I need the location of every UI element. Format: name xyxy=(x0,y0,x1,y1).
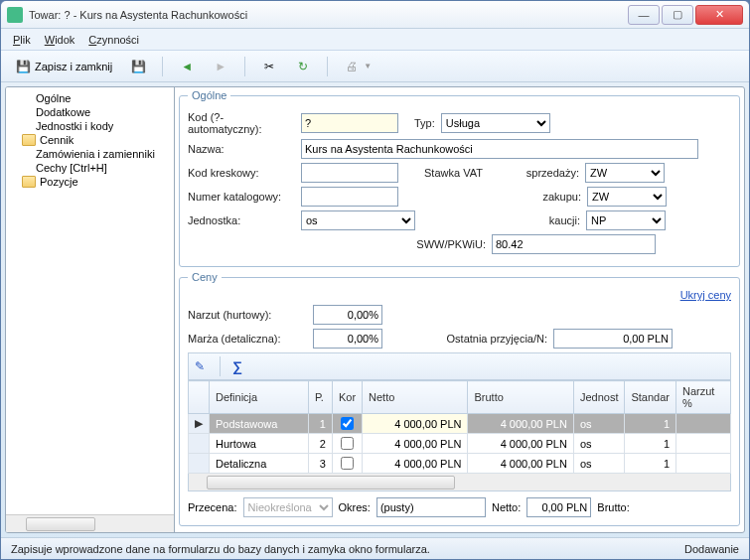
sidebar-item-cechy[interactable]: Cechy [Ctrl+H] xyxy=(6,161,174,175)
col-brutto[interactable]: Brutto xyxy=(468,381,573,414)
tools-button[interactable]: ✂ xyxy=(255,56,283,77)
netto-input[interactable] xyxy=(526,497,591,517)
sidebar-scrollbar[interactable] xyxy=(6,514,174,532)
cell-kor[interactable] xyxy=(332,454,362,474)
tools-icon: ✂ xyxy=(261,59,277,74)
row-pointer xyxy=(189,454,210,474)
grid-scrollbar[interactable] xyxy=(188,474,731,491)
zakupu-label: zakupu: xyxy=(404,191,581,203)
kod-kreskowy-label: Kod kreskowy: xyxy=(188,167,295,179)
menu-plik[interactable]: Plik xyxy=(13,34,31,46)
minimize-button[interactable]: — xyxy=(628,5,660,25)
cell-narzut xyxy=(676,434,731,454)
zakupu-select[interactable]: ZW xyxy=(587,187,667,207)
sidebar-item-dodatkowe[interactable]: Dodatkowe xyxy=(6,105,174,119)
col-netto[interactable]: Netto xyxy=(363,381,468,414)
sww-label: SWW/PKWiU: xyxy=(188,238,486,250)
jednostka-label: Jednostka: xyxy=(188,214,295,226)
stawka-vat-label: Stawka VAT xyxy=(424,167,514,179)
numer-kat-input[interactable] xyxy=(301,187,398,207)
kod-kreskowy-input[interactable] xyxy=(301,163,398,183)
col-jednost[interactable]: Jednost xyxy=(573,381,625,414)
narzut-input[interactable] xyxy=(313,305,382,325)
save-close-button[interactable]: 💾 Zapisz i zamknij xyxy=(9,56,118,77)
folder-icon xyxy=(22,134,36,146)
marza-input[interactable] xyxy=(313,329,382,349)
nazwa-label: Nazwa: xyxy=(188,143,295,155)
sprzedazy-select[interactable]: ZW xyxy=(585,163,665,183)
ukryj-ceny-link[interactable]: Ukryj ceny xyxy=(680,289,731,301)
nav-tree: Ogólne Dodatkowe Jednostki i kody Cennik… xyxy=(6,87,174,514)
cell-brutto: 4 000,00 PLN xyxy=(468,454,573,474)
sprzedazy-label: sprzedaży: xyxy=(520,167,579,179)
menu-czynnosci[interactable]: Czynności xyxy=(88,34,139,46)
ostatnia-input[interactable] xyxy=(553,329,673,349)
cell-brutto: 4 000,00 PLN xyxy=(468,434,573,454)
cell-narzut xyxy=(676,414,731,434)
row-pointer: ▶ xyxy=(189,414,210,434)
okres-input[interactable] xyxy=(376,497,486,517)
row-pointer xyxy=(189,434,210,454)
cell-std: 1 xyxy=(625,454,676,474)
cell-p: 2 xyxy=(308,434,332,454)
col-standar[interactable]: Standar xyxy=(625,381,676,414)
window: Towar: ? - Kurs na Asystenta Rachunkowoś… xyxy=(0,0,750,560)
save-button[interactable]: 💾 xyxy=(124,56,152,77)
przecena-select[interactable]: Nieokreślona xyxy=(243,497,333,517)
cell-std: 1 xyxy=(625,434,676,454)
cell-brutto: 4 000,00 PLN xyxy=(468,414,573,434)
col-definicja[interactable]: Definicja xyxy=(210,381,309,414)
table-row[interactable]: ▶Podstawowa14 000,00 PLN4 000,00 PLNos1 xyxy=(189,414,731,434)
table-row[interactable]: Detaliczna34 000,00 PLN4 000,00 PLNos1 xyxy=(189,454,731,474)
numer-kat-label: Numer katalogowy: xyxy=(188,191,295,203)
menu-widok[interactable]: Widok xyxy=(45,34,75,46)
grid-toolbar: ✎ ∑ xyxy=(188,352,731,380)
kor-checkbox[interactable] xyxy=(341,437,354,450)
sww-input[interactable] xyxy=(492,234,656,254)
forward-button[interactable]: ► xyxy=(207,56,234,77)
kor-checkbox[interactable] xyxy=(341,417,354,430)
okres-label: Okres: xyxy=(339,501,371,513)
close-button[interactable]: ✕ xyxy=(695,5,743,25)
nazwa-input[interactable] xyxy=(301,139,698,159)
back-button[interactable]: ◄ xyxy=(173,56,201,77)
cell-std: 1 xyxy=(625,414,676,434)
scrollbar-thumb[interactable] xyxy=(26,517,95,531)
col-kor[interactable]: Kor xyxy=(332,381,362,414)
refresh-button[interactable]: ↻ xyxy=(289,56,317,77)
cell-p: 1 xyxy=(308,414,332,434)
maximize-button[interactable]: ▢ xyxy=(662,5,693,25)
kaucji-select[interactable]: NP xyxy=(586,210,666,230)
marza-label: Marża (detaliczna): xyxy=(188,333,307,345)
typ-select[interactable]: Usługa xyxy=(441,113,550,133)
col-narzut[interactable]: Narzut % xyxy=(676,381,731,414)
forward-icon: ► xyxy=(213,59,228,74)
sidebar-item-jednostki[interactable]: Jednostki i kody xyxy=(6,119,174,133)
kor-checkbox[interactable] xyxy=(341,457,354,470)
table-row[interactable]: Hurtowa24 000,00 PLN4 000,00 PLNos1 xyxy=(189,434,731,454)
edit-icon[interactable]: ✎ xyxy=(192,358,208,374)
kod-input[interactable] xyxy=(301,113,398,133)
sidebar-item-pozycje[interactable]: Pozycje xyxy=(6,175,174,189)
sidebar-item-ogolne[interactable]: Ogólne xyxy=(6,91,174,105)
back-icon: ◄ xyxy=(179,59,195,74)
cell-netto: 4 000,00 PLN xyxy=(363,454,468,474)
cell-kor[interactable] xyxy=(332,434,362,454)
scrollbar-thumb[interactable] xyxy=(207,476,455,490)
disk-icon: 💾 xyxy=(130,59,146,74)
separator xyxy=(162,57,163,76)
save-close-label: Zapisz i zamknij xyxy=(35,61,112,72)
print-button[interactable]: 🖨▼ xyxy=(338,56,377,77)
cell-jedn: os xyxy=(573,454,625,474)
sidebar-item-cennik[interactable]: Cennik xyxy=(6,133,174,147)
sum-icon[interactable]: ∑ xyxy=(232,358,242,374)
separator xyxy=(327,57,328,76)
sidebar-item-zamowienia[interactable]: Zamówienia i zamienniki xyxy=(6,147,174,161)
kod-label: Kod (?-automatyczny): xyxy=(188,111,295,135)
col-p[interactable]: P. xyxy=(308,381,332,414)
jednostka-select[interactable]: os xyxy=(301,210,415,230)
ogolne-group: Ogólne Kod (?-automatyczny): Typ: Usługa… xyxy=(179,89,740,267)
cell-kor[interactable] xyxy=(332,414,362,434)
cell-def: Hurtowa xyxy=(210,434,309,454)
sidebar: Ogólne Dodatkowe Jednostki i kody Cennik… xyxy=(6,87,175,532)
